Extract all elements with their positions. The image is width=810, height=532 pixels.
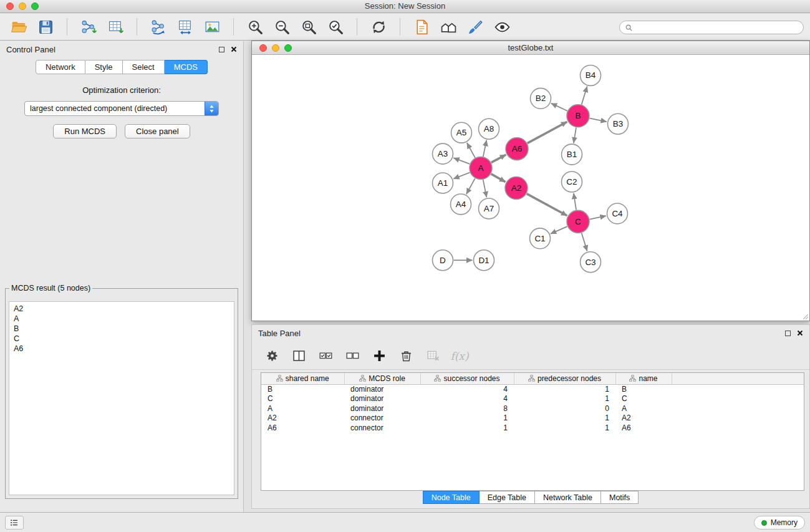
- select-all-icon[interactable]: [317, 347, 334, 365]
- table-cell[interactable]: 1: [514, 384, 615, 394]
- tab-network[interactable]: Network: [36, 60, 85, 74]
- save-floppy-icon[interactable]: [34, 16, 57, 37]
- network-canvas[interactable]: B4B2BB3A5A8A6A3B1AC2A1A2A4A7C4CC1DD1C3: [252, 56, 809, 321]
- float-panel-icon[interactable]: [219, 47, 224, 52]
- result-item[interactable]: C: [14, 334, 229, 344]
- graph-node-C[interactable]: C: [567, 210, 589, 233]
- tab-edge-table[interactable]: Edge Table: [480, 491, 535, 504]
- graph-node-B3[interactable]: B3: [608, 114, 629, 134]
- result-item[interactable]: A6: [14, 344, 229, 354]
- table-cell[interactable]: 1: [514, 423, 615, 433]
- graph-edge-A2-C[interactable]: [527, 194, 567, 216]
- graph-edge-A-A7[interactable]: [483, 180, 487, 197]
- document-copy-icon[interactable]: [410, 16, 433, 37]
- close-network-window-button[interactable]: [259, 44, 267, 52]
- delete-column-icon[interactable]: [397, 347, 415, 365]
- graph-node-A2[interactable]: A2: [505, 177, 528, 200]
- table-cell[interactable]: dominator: [344, 384, 420, 394]
- table-cell[interactable]: 4: [420, 394, 514, 404]
- tab-motifs[interactable]: Motifs: [601, 491, 639, 504]
- new-network-icon[interactable]: [147, 16, 170, 37]
- import-table-icon[interactable]: [104, 16, 127, 37]
- graph-node-C4[interactable]: C4: [607, 203, 628, 224]
- table-cell[interactable]: 1: [420, 414, 514, 423]
- table-cell[interactable]: A: [615, 404, 672, 414]
- import-network-icon[interactable]: [77, 16, 100, 37]
- zoom-in-icon[interactable]: [244, 16, 266, 37]
- houses-icon[interactable]: [437, 16, 460, 37]
- new-table-icon[interactable]: [174, 16, 196, 37]
- table-cell[interactable]: dominator: [344, 394, 420, 404]
- graph-edge-A-A6[interactable]: [491, 155, 506, 163]
- graph-node-A3[interactable]: A3: [433, 143, 453, 164]
- table-cell[interactable]: A6: [261, 423, 344, 433]
- graph-edge-C-C4[interactable]: [590, 216, 606, 219]
- graph-edge-A-A2[interactable]: [491, 174, 506, 182]
- table-cell[interactable]: C: [261, 394, 344, 404]
- column-header-MCDS-role[interactable]: MCDS role: [344, 373, 420, 384]
- column-header-shared-name[interactable]: shared name: [261, 373, 344, 384]
- table-cell[interactable]: A: [261, 404, 344, 414]
- graph-node-C3[interactable]: C3: [581, 252, 601, 273]
- table-row[interactable]: Cdominator41C: [261, 394, 804, 404]
- result-item[interactable]: A: [14, 314, 229, 324]
- tab-network-table[interactable]: Network Table: [535, 491, 601, 504]
- graph-edge-A-A8[interactable]: [483, 140, 487, 157]
- table-cell[interactable]: 0: [514, 404, 615, 414]
- table-row[interactable]: A2connector11A2: [261, 414, 804, 423]
- graph-edge-B-B1[interactable]: [574, 128, 576, 143]
- table-cell[interactable]: connector: [344, 414, 420, 423]
- table-cell[interactable]: 1: [514, 394, 615, 404]
- zoom-out-icon[interactable]: [271, 16, 293, 37]
- table-cell[interactable]: 8: [420, 404, 514, 414]
- close-panel-button[interactable]: Close panel: [125, 124, 190, 138]
- table-cell[interactable]: 1: [420, 423, 514, 433]
- graph-node-B[interactable]: B: [567, 105, 589, 127]
- graph-edge-A-A5[interactable]: [467, 143, 475, 158]
- table-cell[interactable]: 1: [514, 414, 615, 423]
- memory-button[interactable]: Memory: [754, 516, 805, 530]
- graph-node-B2[interactable]: B2: [531, 88, 551, 109]
- eye-icon[interactable]: [491, 16, 513, 37]
- table-cell[interactable]: B: [615, 384, 672, 394]
- table-cell[interactable]: B: [261, 384, 344, 394]
- table-cell[interactable]: A2: [261, 414, 344, 423]
- table-row[interactable]: Bdominator41B: [261, 384, 804, 394]
- table-mode-gear-icon[interactable]: [263, 347, 281, 365]
- table-cell[interactable]: C: [615, 394, 672, 404]
- graph-node-A4[interactable]: A4: [451, 194, 471, 215]
- tab-select[interactable]: Select: [123, 60, 165, 74]
- column-header-predecessor-nodes[interactable]: predecessor nodes: [514, 373, 615, 384]
- close-panel-icon[interactable]: [231, 45, 237, 54]
- table-row[interactable]: A6connector11A6: [261, 423, 804, 433]
- graph-edge-C-C1[interactable]: [551, 226, 567, 234]
- export-image-icon[interactable]: [201, 16, 223, 37]
- add-column-icon[interactable]: [370, 347, 388, 365]
- graph-node-B1[interactable]: B1: [562, 144, 582, 165]
- paintbrush-icon[interactable]: [464, 16, 486, 37]
- graph-node-B4[interactable]: B4: [581, 65, 601, 85]
- table-cell[interactable]: A6: [615, 423, 672, 433]
- table-cell[interactable]: A2: [615, 414, 672, 423]
- tab-style[interactable]: Style: [85, 60, 123, 74]
- graph-node-A1[interactable]: A1: [433, 173, 453, 193]
- panel-menu-button[interactable]: [5, 516, 24, 530]
- tab-node-table[interactable]: Node Table: [423, 491, 480, 504]
- zoom-fit-icon[interactable]: [297, 16, 320, 37]
- network-window-titlebar[interactable]: testGlobe.txt: [252, 41, 809, 55]
- open-folder-icon[interactable]: [7, 16, 30, 37]
- graph-edge-C-C2[interactable]: [574, 193, 576, 210]
- deselect-all-icon[interactable]: [344, 347, 361, 365]
- search-field[interactable]: [619, 21, 804, 34]
- graph-node-C2[interactable]: C2: [562, 172, 582, 192]
- table-row[interactable]: Adominator80A: [261, 404, 804, 414]
- graph-node-A6[interactable]: A6: [506, 138, 528, 160]
- zoom-window-button[interactable]: [31, 2, 39, 10]
- graph-node-C1[interactable]: C1: [530, 228, 551, 249]
- graph-edge-A6-B[interactable]: [528, 122, 567, 143]
- column-header-name[interactable]: name: [615, 373, 672, 384]
- result-item[interactable]: A2: [14, 304, 229, 314]
- graph-edge-C-C3[interactable]: [582, 233, 587, 251]
- criterion-dropdown[interactable]: largest connected component (directed): [24, 101, 219, 116]
- graph-node-D[interactable]: D: [433, 250, 453, 271]
